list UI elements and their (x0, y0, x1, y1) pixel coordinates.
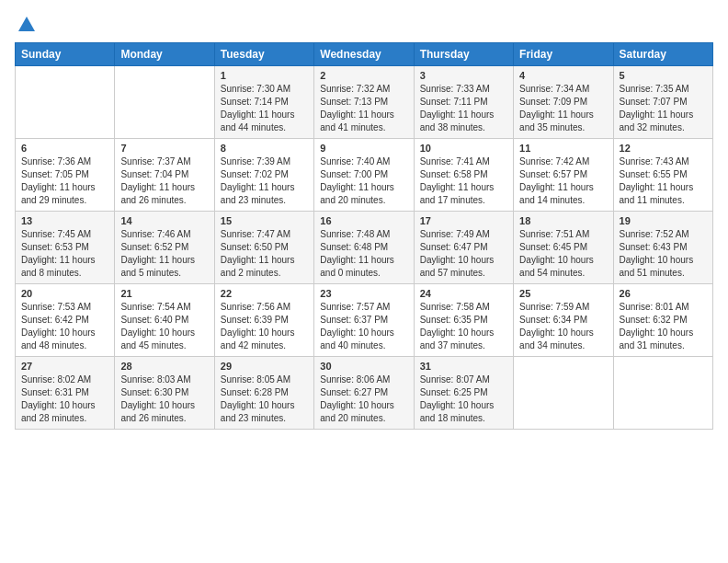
col-sunday: Sunday (16, 43, 115, 66)
calendar-table: SundayMondayTuesdayWednesdayThursdayFrid… (15, 42, 713, 430)
day-info: Sunrise: 7:41 AMSunset: 6:58 PMDaylight:… (420, 155, 507, 207)
day-cell: 3Sunrise: 7:33 AMSunset: 7:11 PMDaylight… (414, 66, 513, 139)
day-info: Sunrise: 7:33 AMSunset: 7:11 PMDaylight:… (420, 83, 507, 134)
day-cell: 19Sunrise: 7:52 AMSunset: 6:43 PMDayligh… (613, 212, 712, 284)
day-cell: 2Sunrise: 7:32 AMSunset: 7:13 PMDaylight… (314, 66, 414, 139)
day-cell (514, 357, 613, 430)
day-number: 5 (620, 70, 707, 81)
day-number: 25 (519, 288, 607, 299)
header (15, 9, 713, 35)
day-cell (613, 357, 712, 430)
day-number: 8 (221, 143, 308, 154)
day-cell: 10Sunrise: 7:41 AMSunset: 6:58 PMDayligh… (414, 139, 513, 212)
day-info: Sunrise: 8:05 AMSunset: 6:28 PMDaylight:… (221, 373, 308, 425)
header-row: SundayMondayTuesdayWednesdayThursdayFrid… (16, 43, 713, 66)
day-cell (16, 66, 115, 139)
day-info: Sunrise: 7:48 AMSunset: 6:48 PMDaylight:… (320, 228, 407, 280)
day-info: Sunrise: 7:57 AMSunset: 6:37 PMDaylight:… (320, 301, 407, 352)
col-monday: Monday (115, 43, 214, 66)
logo-icon (17, 15, 37, 35)
day-cell: 18Sunrise: 7:51 AMSunset: 6:45 PMDayligh… (514, 212, 613, 284)
day-cell: 11Sunrise: 7:42 AMSunset: 6:57 PMDayligh… (514, 139, 613, 212)
col-friday: Friday (514, 43, 613, 66)
day-info: Sunrise: 7:42 AMSunset: 6:57 PMDaylight:… (519, 155, 607, 207)
day-cell: 16Sunrise: 7:48 AMSunset: 6:48 PMDayligh… (314, 212, 414, 284)
week-row-4: 20Sunrise: 7:53 AMSunset: 6:42 PMDayligh… (16, 284, 713, 357)
day-cell: 9Sunrise: 7:40 AMSunset: 7:00 PMDaylight… (314, 139, 414, 212)
day-info: Sunrise: 7:52 AMSunset: 6:43 PMDaylight:… (620, 228, 707, 280)
col-wednesday: Wednesday (314, 43, 414, 66)
day-info: Sunrise: 8:06 AMSunset: 6:27 PMDaylight:… (320, 373, 407, 425)
day-cell: 15Sunrise: 7:47 AMSunset: 6:50 PMDayligh… (214, 212, 313, 284)
col-saturday: Saturday (613, 43, 712, 66)
day-info: Sunrise: 7:51 AMSunset: 6:45 PMDaylight:… (519, 228, 607, 280)
col-thursday: Thursday (414, 43, 513, 66)
day-cell: 22Sunrise: 7:56 AMSunset: 6:39 PMDayligh… (214, 284, 313, 357)
day-cell: 29Sunrise: 8:05 AMSunset: 6:28 PMDayligh… (214, 357, 313, 430)
day-cell: 12Sunrise: 7:43 AMSunset: 6:55 PMDayligh… (613, 139, 712, 212)
day-cell: 13Sunrise: 7:45 AMSunset: 6:53 PMDayligh… (16, 212, 115, 284)
page: SundayMondayTuesdayWednesdayThursdayFrid… (0, 0, 728, 439)
day-info: Sunrise: 7:45 AMSunset: 6:53 PMDaylight:… (21, 228, 108, 280)
day-cell: 20Sunrise: 7:53 AMSunset: 6:42 PMDayligh… (16, 284, 115, 357)
day-info: Sunrise: 7:30 AMSunset: 7:14 PMDaylight:… (221, 83, 308, 134)
day-info: Sunrise: 7:37 AMSunset: 7:04 PMDaylight:… (120, 155, 208, 207)
day-info: Sunrise: 7:56 AMSunset: 6:39 PMDaylight:… (221, 301, 308, 352)
day-number: 26 (620, 288, 707, 299)
day-info: Sunrise: 7:58 AMSunset: 6:35 PMDaylight:… (420, 301, 507, 352)
day-cell: 30Sunrise: 8:06 AMSunset: 6:27 PMDayligh… (314, 357, 414, 430)
day-number: 13 (21, 215, 108, 226)
day-number: 16 (320, 215, 407, 226)
day-info: Sunrise: 7:34 AMSunset: 7:09 PMDaylight:… (519, 83, 607, 134)
day-cell: 25Sunrise: 7:59 AMSunset: 6:34 PMDayligh… (514, 284, 613, 357)
day-number: 29 (221, 361, 308, 372)
day-number: 24 (420, 288, 507, 299)
day-cell: 4Sunrise: 7:34 AMSunset: 7:09 PMDaylight… (514, 66, 613, 139)
day-info: Sunrise: 7:36 AMSunset: 7:05 PMDaylight:… (21, 155, 108, 207)
day-cell: 28Sunrise: 8:03 AMSunset: 6:30 PMDayligh… (115, 357, 214, 430)
day-number: 6 (21, 143, 108, 154)
day-number: 27 (21, 361, 108, 372)
day-number: 22 (221, 288, 308, 299)
day-cell: 5Sunrise: 7:35 AMSunset: 7:07 PMDaylight… (613, 66, 712, 139)
day-cell: 26Sunrise: 8:01 AMSunset: 6:32 PMDayligh… (613, 284, 712, 357)
day-cell: 6Sunrise: 7:36 AMSunset: 7:05 PMDaylight… (16, 139, 115, 212)
day-number: 9 (320, 143, 407, 154)
day-number: 30 (320, 361, 407, 372)
day-info: Sunrise: 7:39 AMSunset: 7:02 PMDaylight:… (221, 155, 308, 207)
week-row-2: 6Sunrise: 7:36 AMSunset: 7:05 PMDaylight… (16, 139, 713, 212)
day-info: Sunrise: 7:40 AMSunset: 7:00 PMDaylight:… (320, 155, 407, 207)
day-number: 2 (320, 70, 407, 81)
day-info: Sunrise: 7:53 AMSunset: 6:42 PMDaylight:… (21, 301, 108, 352)
day-info: Sunrise: 7:46 AMSunset: 6:52 PMDaylight:… (120, 228, 208, 280)
day-number: 7 (120, 143, 208, 154)
week-row-3: 13Sunrise: 7:45 AMSunset: 6:53 PMDayligh… (16, 212, 713, 284)
logo (15, 15, 37, 35)
day-cell: 27Sunrise: 8:02 AMSunset: 6:31 PMDayligh… (16, 357, 115, 430)
day-cell (115, 66, 214, 139)
day-cell: 8Sunrise: 7:39 AMSunset: 7:02 PMDaylight… (214, 139, 313, 212)
day-info: Sunrise: 7:32 AMSunset: 7:13 PMDaylight:… (320, 83, 407, 134)
day-cell: 31Sunrise: 8:07 AMSunset: 6:25 PMDayligh… (414, 357, 513, 430)
day-number: 10 (420, 143, 507, 154)
day-info: Sunrise: 8:07 AMSunset: 6:25 PMDaylight:… (420, 373, 507, 425)
svg-marker-0 (18, 17, 35, 31)
day-cell: 14Sunrise: 7:46 AMSunset: 6:52 PMDayligh… (115, 212, 214, 284)
day-number: 21 (120, 288, 208, 299)
day-cell: 24Sunrise: 7:58 AMSunset: 6:35 PMDayligh… (414, 284, 513, 357)
day-number: 11 (519, 143, 607, 154)
day-number: 4 (519, 70, 607, 81)
logo-text (15, 15, 37, 35)
day-info: Sunrise: 7:59 AMSunset: 6:34 PMDaylight:… (519, 301, 607, 352)
day-cell: 1Sunrise: 7:30 AMSunset: 7:14 PMDaylight… (214, 66, 313, 139)
col-tuesday: Tuesday (214, 43, 313, 66)
day-number: 23 (320, 288, 407, 299)
day-info: Sunrise: 7:49 AMSunset: 6:47 PMDaylight:… (420, 228, 507, 280)
day-info: Sunrise: 7:47 AMSunset: 6:50 PMDaylight:… (221, 228, 308, 280)
day-number: 12 (620, 143, 707, 154)
day-number: 15 (221, 215, 308, 226)
day-number: 28 (120, 361, 208, 372)
day-cell: 7Sunrise: 7:37 AMSunset: 7:04 PMDaylight… (115, 139, 214, 212)
day-cell: 21Sunrise: 7:54 AMSunset: 6:40 PMDayligh… (115, 284, 214, 357)
week-row-1: 1Sunrise: 7:30 AMSunset: 7:14 PMDaylight… (16, 66, 713, 139)
